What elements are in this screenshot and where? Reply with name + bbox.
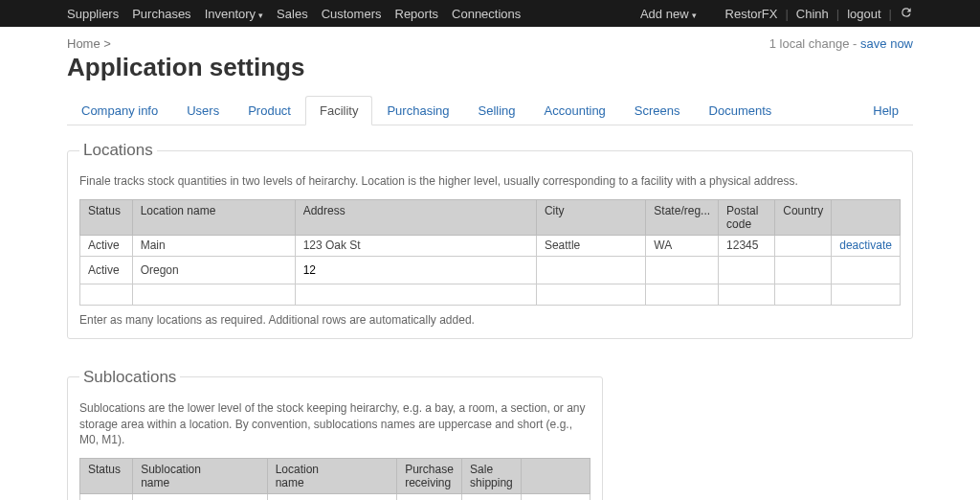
col-state: State/reg...: [646, 199, 719, 235]
cell-recv[interactable]: ✔: [397, 494, 462, 500]
refresh-icon[interactable]: [900, 6, 913, 22]
cell-city[interactable]: [536, 256, 645, 284]
cell-location-name[interactable]: Main: [267, 494, 396, 500]
tab-purchasing[interactable]: Purchasing: [372, 96, 463, 125]
cell-postal[interactable]: 12345: [719, 235, 775, 256]
deactivate-link[interactable]: deactivate: [839, 239, 892, 252]
nav-reports[interactable]: Reports: [395, 7, 439, 21]
topbar: Suppliers Purchases Inventory▾ Sales Cus…: [0, 0, 980, 27]
col-location-name: Location name: [267, 459, 396, 494]
cell-country[interactable]: [775, 256, 832, 284]
tab-company-info[interactable]: Company info: [67, 96, 172, 125]
chevron-down-icon: ▾: [692, 11, 697, 20]
cell-status[interactable]: Active: [80, 235, 133, 256]
col-postal: Postal code: [719, 199, 775, 235]
tab-screens[interactable]: Screens: [620, 96, 695, 125]
nav-customers[interactable]: Customers: [322, 7, 382, 21]
cell-address[interactable]: 123 Oak St: [295, 235, 536, 256]
page-title: Application settings: [67, 53, 913, 82]
locations-legend: Locations: [79, 141, 157, 160]
topbar-left: Suppliers Purchases Inventory▾ Sales Cus…: [67, 7, 521, 21]
company-label[interactable]: RestorFX: [725, 7, 778, 21]
locations-foot: Enter as many locations as required. Add…: [79, 313, 901, 327]
table-row: [80, 284, 901, 305]
col-city: City: [536, 199, 645, 235]
locations-panel: Locations Finale tracks stock quantities…: [67, 141, 913, 339]
col-sublocation-name: Sublocation name: [133, 459, 267, 494]
sublocations-table: Status Sublocation name Location name Pu…: [79, 458, 590, 500]
col-country: Country: [775, 199, 832, 235]
cell-state[interactable]: WA: [646, 235, 719, 256]
tab-help[interactable]: Help: [858, 96, 913, 125]
cell-city[interactable]: Seattle: [536, 235, 645, 256]
table-row: Active Main 123 Oak St Seattle WA 12345 …: [80, 235, 901, 256]
nav-inventory[interactable]: Inventory▾: [205, 7, 263, 21]
cell-action: [832, 256, 901, 284]
sublocations-legend: Sublocations: [79, 368, 180, 387]
locations-description: Finale tracks stock quantities in two le…: [79, 173, 901, 190]
cell-status[interactable]: Active: [80, 256, 133, 284]
user-label[interactable]: Chinh: [796, 7, 829, 21]
local-change-status: 1 local change - save now: [769, 36, 913, 51]
col-sale-shipping: Sale shipping: [462, 459, 522, 494]
tab-selling[interactable]: Selling: [463, 96, 529, 125]
breadcrumb-row: Home > 1 local change - save now: [67, 36, 913, 51]
cell-state[interactable]: [646, 256, 719, 284]
cell-location-name[interactable]: Oregon: [132, 256, 295, 284]
sublocations-panel: Sublocations Sublocations are the lower …: [67, 368, 603, 500]
col-action: [522, 459, 590, 494]
save-now-link[interactable]: save now: [860, 36, 913, 51]
address-input[interactable]: [303, 260, 528, 281]
col-action: [832, 199, 901, 235]
cell-ship[interactable]: ✔: [462, 494, 522, 500]
col-purchase-receiving: Purchase receiving: [397, 459, 462, 494]
topbar-right: Add new▾ RestorFX | Chinh | logout |: [640, 6, 913, 22]
table-header-row: Status Sublocation name Location name Pu…: [80, 459, 590, 494]
cell-status[interactable]: Active: [80, 494, 133, 500]
nav-sales[interactable]: Sales: [277, 7, 308, 21]
tab-facility[interactable]: Facility: [305, 96, 372, 125]
nav-connections[interactable]: Connections: [452, 7, 521, 21]
cell-location-name[interactable]: Main: [132, 235, 295, 256]
breadcrumb[interactable]: Home >: [67, 36, 111, 51]
nav-suppliers[interactable]: Suppliers: [67, 7, 119, 21]
col-status: Status: [80, 459, 133, 494]
separator: |: [889, 7, 892, 21]
tab-users[interactable]: Users: [172, 96, 234, 125]
separator: |: [785, 7, 788, 21]
locations-table: Status Location name Address City State/…: [79, 199, 901, 306]
col-status: Status: [80, 199, 133, 235]
table-row: Active Oregon: [80, 256, 901, 284]
col-address: Address: [295, 199, 536, 235]
nav-purchases[interactable]: Purchases: [132, 7, 190, 21]
separator: |: [836, 7, 839, 21]
table-row: Active S1 Main ✔ ✔ deactivate: [80, 494, 590, 500]
chevron-down-icon: ▾: [258, 11, 263, 20]
col-location-name: Location name: [132, 199, 295, 235]
cell-address-editing[interactable]: [295, 256, 536, 284]
tab-accounting[interactable]: Accounting: [530, 96, 620, 125]
content: Home > 1 local change - save now Applica…: [0, 27, 980, 500]
tab-product[interactable]: Product: [234, 96, 305, 125]
logout-link[interactable]: logout: [847, 7, 880, 21]
cell-sublocation-name[interactable]: S1: [133, 494, 267, 500]
tab-documents[interactable]: Documents: [695, 96, 787, 125]
table-header-row: Status Location name Address City State/…: [80, 199, 901, 235]
add-new-menu[interactable]: Add new▾: [640, 7, 697, 21]
cell-postal[interactable]: [719, 256, 775, 284]
tabs: Company info Users Product Facility Purc…: [67, 96, 913, 125]
cell-country[interactable]: [775, 235, 832, 256]
sublocations-description: Sublocations are the lower level of the …: [79, 400, 590, 448]
